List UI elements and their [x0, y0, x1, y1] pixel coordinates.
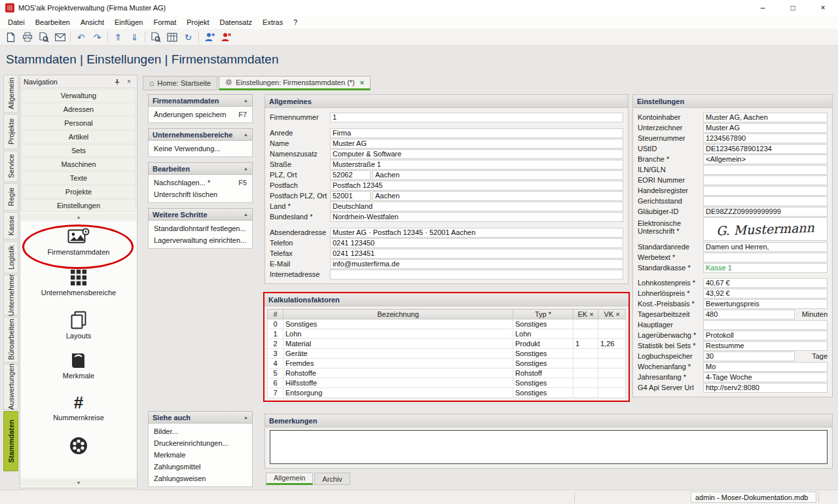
- collapse-up-icon[interactable]: ▲: [21, 213, 136, 221]
- navigation-close-icon[interactable]: ×: [124, 77, 134, 86]
- minimize-button[interactable]: –: [748, 0, 778, 16]
- nav-icon-item-merkmale[interactable]: Merkmale: [20, 352, 137, 394]
- action-bilder[interactable]: Bilder...: [149, 425, 252, 437]
- menu-bearbeiten[interactable]: Bearbeiten: [30, 18, 75, 26]
- action-standardlohntarif[interactable]: Standardlohntarif festlegen...: [149, 223, 252, 234]
- table-row[interactable]: 4FremdesSonstiges: [268, 359, 626, 369]
- tab-allgemein[interactable]: Allgemein: [266, 473, 313, 485]
- navigate-down-button[interactable]: ⇓: [126, 30, 143, 45]
- unterzeichner-input[interactable]: [703, 123, 828, 133]
- action-section-header[interactable]: Bearbeiten▲: [148, 162, 253, 175]
- eori-input[interactable]: [703, 175, 828, 185]
- postfach-input[interactable]: [330, 181, 623, 190]
- workspace-tab-projekte[interactable]: Projekte: [3, 114, 18, 149]
- cell[interactable]: Sonstiges: [513, 319, 574, 329]
- cell[interactable]: 2: [268, 339, 283, 349]
- ort-input[interactable]: [373, 170, 623, 180]
- table-row[interactable]: 5RohstoffeRohstoff: [268, 369, 626, 378]
- refresh-button[interactable]: ↻: [180, 30, 196, 45]
- action-lagerverwaltung[interactable]: Lagerverwaltung einrichten...: [149, 234, 252, 246]
- find-record-button[interactable]: [147, 30, 164, 45]
- table-row[interactable]: 3GeräteSonstiges: [268, 349, 626, 359]
- hauptlager-input[interactable]: [703, 320, 828, 330]
- standardanrede-input[interactable]: [703, 242, 828, 252]
- collapse-down-icon[interactable]: ▼: [21, 479, 136, 486]
- cell[interactable]: 4: [268, 359, 283, 369]
- cell[interactable]: Lohn: [283, 329, 513, 339]
- menu-ansicht[interactable]: Ansicht: [75, 18, 109, 26]
- menu-extras[interactable]: Extras: [257, 18, 288, 26]
- action-merkmale[interactable]: Merkmale: [149, 449, 252, 461]
- standardkasse-input[interactable]: [703, 263, 828, 273]
- nav-icon-item-layouts[interactable]: Layouts: [20, 311, 137, 353]
- name-input[interactable]: [330, 139, 623, 149]
- lohnkostenpreis-input[interactable]: [703, 278, 828, 288]
- tab-home-startseite[interactable]: ⌂ Home: Startseite: [143, 76, 217, 90]
- anrede-input[interactable]: [330, 128, 623, 138]
- handelsregister-input[interactable]: [703, 186, 828, 196]
- lagerueberwachg-input[interactable]: [703, 331, 828, 340]
- workspace-tab-kasse[interactable]: Kasse: [3, 212, 18, 240]
- workspace-tab-allgemein[interactable]: Allgemein: [3, 75, 18, 113]
- nav-item-verwaltung[interactable]: Verwaltung: [21, 89, 136, 102]
- absenderadresse-input[interactable]: [330, 228, 623, 238]
- telefon-input[interactable]: [330, 238, 623, 248]
- add-user-button[interactable]: [201, 30, 217, 45]
- cell[interactable]: 7: [268, 388, 283, 398]
- cell[interactable]: Sonstiges: [513, 359, 574, 369]
- undo-button[interactable]: ↶: [73, 30, 89, 45]
- signature-field[interactable]: G. Mustermann: [703, 217, 828, 241]
- table-row[interactable]: 2MaterialProdukt11,26: [268, 339, 626, 349]
- cell[interactable]: 6: [268, 378, 283, 388]
- iln-gln-input[interactable]: [703, 165, 828, 175]
- action-zahlungsmittel[interactable]: Zahlungsmittel: [149, 461, 252, 473]
- cell[interactable]: [574, 388, 598, 398]
- redo-button[interactable]: ↷: [89, 30, 105, 45]
- tab-archiv[interactable]: Archiv: [314, 473, 350, 485]
- cell[interactable]: Sonstiges: [513, 388, 574, 398]
- gerichtsstand-input[interactable]: [703, 196, 828, 206]
- nav-icon-item-nummernkreise[interactable]: # Nummernkreise: [20, 394, 137, 436]
- menu-hilfe[interactable]: ?: [288, 18, 302, 26]
- cell[interactable]: [574, 369, 598, 378]
- telefax-input[interactable]: [330, 249, 623, 259]
- cell[interactable]: Rohstoffe: [283, 369, 513, 378]
- menu-projekt[interactable]: Projekt: [181, 18, 214, 26]
- cell[interactable]: Entsorgung: [283, 388, 513, 398]
- navigate-up-button[interactable]: ⇑: [110, 30, 126, 45]
- workspace-tab-stammdaten[interactable]: Stammdaten: [3, 411, 18, 471]
- print-button[interactable]: [19, 30, 35, 45]
- action-section-header[interactable]: Unternehmensbereiche▲: [148, 128, 253, 141]
- strasse-input[interactable]: [330, 160, 623, 170]
- cell[interactable]: 1: [268, 329, 283, 339]
- firmennummer-input[interactable]: [330, 113, 623, 122]
- column-header[interactable]: Typ *: [513, 310, 574, 319]
- logbuchspeicher-input[interactable]: [703, 351, 795, 361]
- postfach-plz-input[interactable]: [330, 191, 371, 201]
- close-button[interactable]: ×: [808, 0, 838, 16]
- jahresanfang-input[interactable]: [703, 372, 828, 382]
- email-input[interactable]: [330, 259, 623, 269]
- nav-item-texte[interactable]: Texte: [21, 171, 136, 185]
- column-header[interactable]: EK ×: [574, 310, 598, 319]
- glaeubiger-id-input[interactable]: [703, 207, 828, 217]
- workspace-tab-service[interactable]: Service: [3, 151, 18, 182]
- cell[interactable]: [598, 369, 626, 378]
- nav-icon-item-firmenstammdaten[interactable]: Firmenstammdaten: [20, 227, 137, 269]
- action-unterschrift-loeschen[interactable]: Unterschrift löschen: [149, 189, 252, 200]
- cell[interactable]: 3: [268, 349, 283, 359]
- nav-item-einstellungen[interactable]: Einstellungen: [21, 199, 136, 212]
- nav-item-personal[interactable]: Personal: [21, 117, 136, 130]
- menu-datei[interactable]: Datei: [3, 18, 30, 26]
- bemerkungen-textarea[interactable]: [270, 430, 828, 464]
- workspace-tab-unternehmer[interactable]: Unternehmer: [3, 275, 18, 315]
- remove-user-button[interactable]: [217, 30, 234, 45]
- steuernummer-input[interactable]: [703, 134, 828, 143]
- cell[interactable]: Sonstiges: [513, 378, 574, 388]
- action-section-header[interactable]: Weitere Schritte▲: [148, 208, 253, 221]
- cell[interactable]: Rohstoff: [513, 369, 574, 378]
- print-preview-button[interactable]: [35, 30, 52, 45]
- lohnerloespreis-input[interactable]: [703, 289, 828, 298]
- cell[interactable]: 1,26: [598, 339, 626, 349]
- nav-item-maschinen[interactable]: Maschinen: [21, 158, 136, 171]
